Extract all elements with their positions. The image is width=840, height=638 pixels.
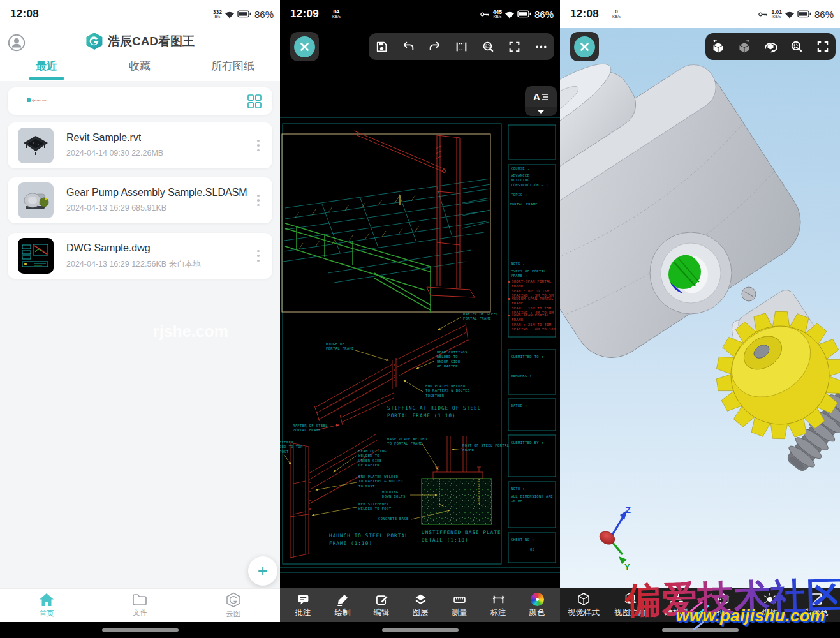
cloud-drawings-icon bbox=[226, 592, 241, 607]
tool-color[interactable]: 颜色 bbox=[517, 588, 557, 622]
network-speed: 332B/s bbox=[213, 10, 222, 19]
file-meta: 2024-04-13 16:29 685.91KB bbox=[66, 204, 166, 212]
system-bar bbox=[0, 622, 280, 638]
grid-view-icon[interactable] bbox=[247, 94, 262, 109]
cad-title: UNSTIFFENED BASE PLATE DETAIL (1:10) bbox=[422, 529, 501, 544]
view-undo-button[interactable] bbox=[705, 34, 731, 59]
file-meta: 2024-04-13 16:29 122.56KB 来自本地 bbox=[66, 259, 201, 270]
zoom-window-button[interactable] bbox=[784, 34, 809, 59]
home-indicator[interactable] bbox=[102, 628, 179, 632]
cad-label: HOLDING DOWN BOLTS bbox=[382, 490, 406, 500]
tool-layers[interactable]: 图层 bbox=[400, 588, 441, 622]
app-logo-icon bbox=[85, 32, 103, 50]
folder-icon bbox=[132, 593, 147, 606]
tool-visual-style[interactable]: 视觉样式 bbox=[563, 588, 604, 622]
battery-percent: 86% bbox=[254, 9, 274, 20]
profile-avatar[interactable] bbox=[8, 34, 26, 52]
axis-triad: Z Y bbox=[598, 505, 631, 572]
file-thumbnail bbox=[18, 238, 54, 274]
file-card-revit[interactable]: Revit Sample.rvt 2024-04-14 09:30 22.26M… bbox=[8, 122, 272, 168]
clock: 12:08 bbox=[10, 8, 39, 20]
search-bar[interactable]: rjshe.com bbox=[8, 87, 272, 115]
home-screen: 12:08 332B/s 86% 浩辰CAD看图王 最近 收藏 所有图纸 rjs… bbox=[0, 0, 280, 638]
titleblock-text: SUBMITTED BY : bbox=[511, 441, 543, 445]
layers-icon bbox=[414, 593, 427, 606]
cad-label: STIFFENER WELDED TO TOP OF POST bbox=[280, 440, 303, 454]
background-watermark: rjshe.com bbox=[153, 322, 228, 341]
titleblock-text: LONG-SPAN PORTAL FRAME SPAN : 25M TO 40M… bbox=[512, 313, 560, 332]
titleblock-text: ALL DIMENSIONS ARE IN MM bbox=[511, 494, 553, 504]
cad-label: WEB STIFFENER WELDED TO POST bbox=[358, 502, 391, 512]
cad-label: RIDGE OF PORTAL FRAME bbox=[326, 342, 354, 352]
battery-icon bbox=[237, 10, 252, 18]
titleblock-text: SUBMITTED TO : bbox=[511, 355, 543, 359]
nav-cloud[interactable]: 云图 bbox=[187, 589, 280, 622]
titleblock-text: PORTAL FRAME bbox=[510, 202, 538, 207]
file-thumbnail bbox=[18, 182, 54, 218]
file-card-gearpump[interactable]: Gear Pump Assembly Sample.SLDASM 2024-04… bbox=[8, 177, 272, 223]
tiny-logo-icon bbox=[27, 98, 31, 102]
color-wheel-icon bbox=[531, 593, 544, 606]
cad-label: RAFTER OF STEEL PORTAL FRAME bbox=[463, 312, 498, 322]
tab-recent[interactable]: 最近 bbox=[0, 59, 93, 73]
cad-label: POST OF STEEL PORTAL FRAME bbox=[462, 443, 509, 453]
tool-edit[interactable]: 编辑 bbox=[361, 588, 402, 622]
add-file-button[interactable]: + bbox=[248, 556, 277, 586]
searchbar-watermark: rjshe.com bbox=[27, 98, 47, 102]
file-menu-button[interactable] bbox=[252, 247, 265, 265]
file-card-dwg[interactable]: DWG Sample.dwg 2024-04-13 16:29 122.56KB… bbox=[8, 233, 272, 279]
tool-dimension[interactable]: 标注 bbox=[478, 588, 519, 622]
edit-icon bbox=[375, 593, 388, 606]
cad-label: BASE PLATE WELDED TO PORTAL FRAME bbox=[387, 437, 427, 447]
dwg-viewer: 12:09 84KB/s 445KB/s 86% A bbox=[280, 0, 560, 638]
cad-label: BEAM CUTTINGS WELDED TO UNDER SIDE OF RA… bbox=[437, 350, 468, 369]
cad-label: RAFTER OF STEEL PORTAL FRAME bbox=[293, 424, 328, 433]
close-model-button[interactable] bbox=[570, 32, 599, 61]
app-title: 浩辰CAD看图王 bbox=[108, 33, 195, 50]
titleblock-text: ADVANCED BUILDING CONSTRUCTION — I bbox=[511, 174, 549, 188]
view-redo-button[interactable] bbox=[732, 34, 757, 59]
titleblock-text: SHEET NO : bbox=[511, 538, 534, 542]
axis-y-label: Y bbox=[624, 562, 630, 572]
titleblock-text: SHORT-SPAN PORTAL FRAME SPAN : UP TO 15M… bbox=[512, 279, 560, 299]
titleblock-text: TYPES OF PORTAL FRAME : bbox=[511, 269, 546, 279]
nav-home[interactable]: 首页 bbox=[0, 589, 93, 622]
orbit-button[interactable] bbox=[758, 34, 783, 59]
tab-all-drawings[interactable]: 所有图纸 bbox=[186, 59, 279, 73]
titleblock-text: COURSE : bbox=[511, 167, 529, 171]
cad-label: CONCRETE BASE bbox=[378, 517, 409, 521]
tool-draw[interactable]: 绘制 bbox=[322, 588, 363, 622]
titleblock-text: TOPIC : bbox=[511, 193, 527, 197]
cad-title: STIFFING AT RIDGE OF STEEL PORTAL FRAME … bbox=[387, 404, 481, 420]
sheet-number: 03 bbox=[530, 547, 534, 552]
file-thumbnail bbox=[18, 128, 54, 163]
file-name: DWG Sample.dwg bbox=[66, 242, 151, 254]
cad-title: HAUNCH TO STEEL PORTAL FRAME (1:10) bbox=[329, 532, 409, 547]
file-name: Revit Sample.rvt bbox=[66, 132, 141, 144]
titleblock-text: NOTE : bbox=[511, 487, 525, 491]
close-icon bbox=[574, 36, 595, 57]
comment-icon bbox=[297, 593, 310, 606]
triple-screenshot: 12:08 332B/s 86% 浩辰CAD看图王 最近 收藏 所有图纸 rjs… bbox=[0, 0, 840, 638]
cad-label: END PLATES WELDED TO RAFTERS & BOLTED TO… bbox=[358, 475, 403, 489]
fullscreen-button[interactable] bbox=[810, 34, 836, 59]
model-3d-canvas[interactable]: Z Y bbox=[560, 0, 840, 638]
axis-z-label: Z bbox=[626, 505, 631, 515]
titleblock-text: DATED : bbox=[511, 404, 527, 408]
cad-label: BEAM CUTTING WELDED TO UNDER SIDE OF RAF… bbox=[358, 449, 387, 468]
wifi-icon bbox=[225, 10, 235, 19]
bottom-navigation: 首页 文件 云图 bbox=[0, 588, 280, 622]
nav-files[interactable]: 文件 bbox=[93, 589, 186, 622]
file-menu-button[interactable] bbox=[252, 137, 265, 154]
tool-annotate[interactable]: 批注 bbox=[283, 588, 323, 622]
titleblock-text: REMARKS : bbox=[511, 374, 532, 378]
file-menu-button[interactable] bbox=[252, 191, 265, 209]
edit-toolbar: 批注 绘制 编辑 图层 测量 标注 颜色 bbox=[280, 588, 560, 622]
model-toolbar bbox=[705, 33, 836, 60]
tool-measure[interactable]: 测量 bbox=[439, 588, 480, 622]
tab-favorites[interactable]: 收藏 bbox=[93, 59, 186, 73]
cube-icon bbox=[577, 592, 591, 606]
active-tab-indicator bbox=[29, 77, 64, 80]
site-watermark-url: www.paijishu.com bbox=[676, 606, 825, 626]
titleblock-text: NOTE : bbox=[511, 262, 525, 266]
